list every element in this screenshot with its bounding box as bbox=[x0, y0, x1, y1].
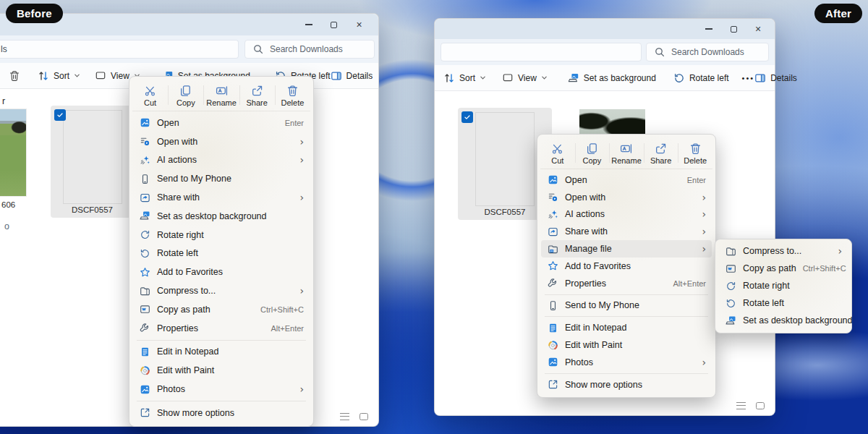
address-bar[interactable]: ls bbox=[0, 40, 239, 59]
thumbnail-view-icon[interactable] bbox=[756, 402, 765, 409]
menu-item-ai-actions[interactable]: AI actions› bbox=[133, 151, 310, 170]
set-background-icon bbox=[568, 72, 579, 84]
address-bar[interactable] bbox=[441, 43, 642, 61]
search-input[interactable]: Search Downloads bbox=[646, 43, 769, 61]
maximize-button[interactable] bbox=[321, 14, 346, 35]
quick-cut-button[interactable]: Cut bbox=[540, 140, 575, 165]
menu-item-edit-in-notepad[interactable]: Edit in Notepad bbox=[133, 343, 310, 362]
quick-actions-row: CutCopyRenameShareDelete bbox=[132, 80, 310, 111]
menu-item-compress-to[interactable]: Compress to...› bbox=[133, 281, 310, 300]
close-icon: × bbox=[356, 20, 362, 30]
file-tile-selected[interactable]: DSCF0557 bbox=[51, 106, 134, 218]
menu-item-open[interactable]: OpenEnter bbox=[541, 171, 712, 189]
menu-item-share-with[interactable]: Share with› bbox=[133, 188, 310, 207]
ai-sparkle-icon bbox=[548, 209, 558, 220]
details-button[interactable]: Details bbox=[331, 70, 373, 82]
file-tile-green[interactable]: 606 bbox=[0, 109, 26, 218]
menu-item-edit-in-notepad[interactable]: Edit in Notepad bbox=[541, 319, 712, 336]
menu-item-show-more-options[interactable]: Show more options bbox=[541, 376, 712, 393]
quick-delete-button[interactable]: Delete bbox=[275, 82, 310, 107]
manage-file-icon bbox=[548, 244, 558, 255]
details-view-icon[interactable] bbox=[340, 413, 349, 420]
menu-item-rotate-right[interactable]: Rotate right bbox=[719, 277, 848, 294]
menu-divider bbox=[545, 294, 708, 295]
view-icon bbox=[95, 70, 106, 82]
notepad-icon bbox=[140, 346, 150, 357]
rotate-left-icon bbox=[673, 72, 685, 84]
titlebar[interactable]: × bbox=[435, 19, 775, 39]
search-icon bbox=[252, 43, 264, 55]
show-more-icon bbox=[548, 379, 558, 390]
menu-item-add-to-favorites[interactable]: Add to Favorites bbox=[541, 258, 712, 275]
menu-item-manage-file[interactable]: Manage file› bbox=[541, 240, 712, 258]
menu-item-copy-as-path[interactable]: Copy as pathCtrl+Shift+C bbox=[719, 260, 848, 277]
menu-item-open-with[interactable]: Open with› bbox=[133, 132, 310, 151]
menu-item-properties[interactable]: PropertiesAlt+Enter bbox=[133, 319, 310, 338]
menu-item-compress-to[interactable]: Compress to...› bbox=[719, 242, 848, 260]
close-button[interactable]: × bbox=[746, 19, 770, 39]
thumbnail-view-icon[interactable] bbox=[359, 413, 368, 420]
quick-share-button[interactable]: Share bbox=[239, 82, 275, 107]
quick-copy-button[interactable]: Copy bbox=[168, 82, 203, 107]
quick-rename-button[interactable]: Rename bbox=[203, 82, 239, 107]
trash-icon bbox=[286, 85, 299, 97]
menu-item-send-to-my-phone[interactable]: Send to My Phone bbox=[541, 297, 712, 315]
details-view-icon[interactable] bbox=[736, 402, 746, 409]
search-input[interactable]: Search Downloads bbox=[244, 40, 375, 59]
close-button[interactable]: × bbox=[346, 14, 372, 35]
quick-cut-button[interactable]: Cut bbox=[132, 82, 168, 107]
menu-item-show-more-options[interactable]: Show more options bbox=[133, 404, 310, 422]
menu-item-set-as-desktop-background[interactable]: Set as desktop background bbox=[719, 312, 848, 329]
menu-item-copy-as-path[interactable]: Copy as pathCtrl+Shift+C bbox=[133, 300, 310, 319]
quick-share-button[interactable]: Share bbox=[644, 140, 678, 165]
minimize-button[interactable] bbox=[697, 19, 721, 39]
selection-checkbox[interactable] bbox=[54, 109, 66, 121]
set-background-button[interactable]: Set as background bbox=[568, 72, 656, 84]
menu-divider bbox=[545, 373, 708, 374]
quick-rename-button[interactable]: Rename bbox=[609, 140, 644, 165]
context-menu-before: CutCopyRenameShareDeleteOpenEnterOpen wi… bbox=[129, 76, 314, 427]
menu-item-properties[interactable]: PropertiesAlt+Enter bbox=[541, 275, 712, 292]
more-options-button[interactable]: ••• bbox=[742, 74, 755, 82]
selection-checkbox[interactable] bbox=[461, 111, 473, 123]
wrench-icon bbox=[548, 278, 558, 289]
toolbar: Sort View Set as background Rotate left … bbox=[435, 65, 775, 91]
view-icon bbox=[502, 72, 514, 84]
menu-item-rotate-right[interactable]: Rotate right bbox=[133, 226, 310, 244]
menu-item-ai-actions[interactable]: AI actions› bbox=[541, 206, 712, 224]
minimize-button[interactable] bbox=[296, 14, 321, 35]
quick-delete-button[interactable]: Delete bbox=[678, 140, 712, 165]
quick-copy-button[interactable]: Copy bbox=[575, 140, 610, 165]
sort-button[interactable]: Sort bbox=[38, 70, 80, 82]
scissors-icon bbox=[551, 142, 563, 155]
maximize-button[interactable] bbox=[721, 19, 746, 39]
check-icon bbox=[464, 114, 471, 121]
details-button[interactable]: Details bbox=[754, 72, 797, 84]
details-label: Details bbox=[770, 73, 797, 83]
file-thumbnail-green bbox=[0, 109, 26, 196]
menu-item-share-with[interactable]: Share with› bbox=[541, 223, 712, 240]
phone-icon bbox=[548, 300, 558, 311]
rotate-left-icon bbox=[726, 298, 736, 309]
screenshot-stage: Before After × ls Search Downloads bbox=[0, 0, 868, 434]
rotate-left-button[interactable]: Rotate left bbox=[673, 72, 729, 84]
submenu-chevron-icon: › bbox=[702, 192, 706, 203]
star-icon bbox=[140, 267, 150, 278]
wrench-icon bbox=[140, 323, 150, 333]
menu-item-add-to-favorites[interactable]: Add to Favorites bbox=[133, 263, 310, 281]
menu-item-send-to-my-phone[interactable]: Send to My Phone bbox=[133, 169, 310, 188]
photo-icon bbox=[140, 117, 150, 128]
menu-item-edit-with-paint[interactable]: Edit with Paint bbox=[133, 361, 310, 380]
file-thumbnail-ocean bbox=[64, 111, 122, 203]
view-button[interactable]: View bbox=[502, 72, 548, 84]
menu-item-photos[interactable]: Photos› bbox=[133, 380, 310, 399]
menu-item-set-as-desktop-background[interactable]: Set as desktop background bbox=[133, 207, 310, 226]
menu-item-rotate-left[interactable]: Rotate left bbox=[133, 244, 310, 263]
menu-item-photos[interactable]: Photos› bbox=[541, 354, 712, 371]
sort-button[interactable]: Sort bbox=[443, 72, 486, 84]
menu-item-open-with[interactable]: Open with› bbox=[541, 189, 712, 206]
menu-item-rotate-left[interactable]: Rotate left bbox=[719, 294, 848, 312]
menu-item-edit-with-paint[interactable]: Edit with Paint bbox=[541, 336, 712, 354]
menu-item-open[interactable]: OpenEnter bbox=[133, 114, 310, 132]
delete-toolbar-button[interactable] bbox=[9, 70, 20, 82]
